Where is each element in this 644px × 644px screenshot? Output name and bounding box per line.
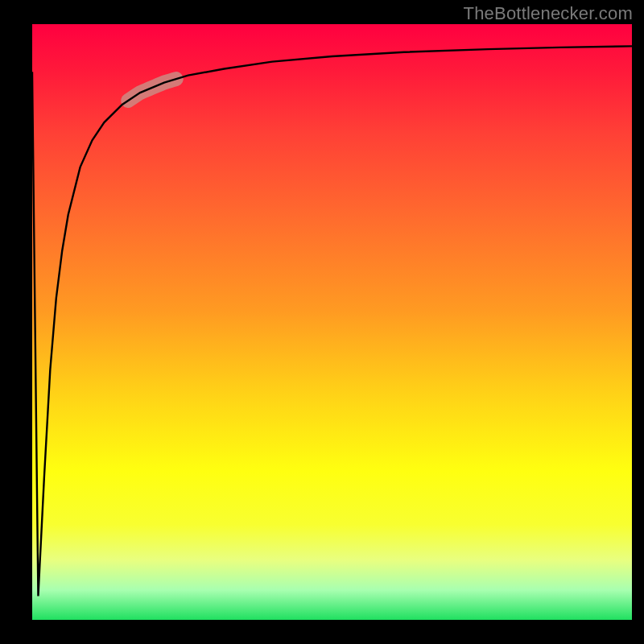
plot-area: [32, 24, 632, 620]
curve-layer: [32, 24, 632, 620]
highlight-segment: [128, 79, 176, 101]
chart-stage: TheBottlenecker.com: [0, 0, 644, 644]
bottleneck-curve: [32, 46, 632, 596]
watermark-label: TheBottlenecker.com: [464, 3, 633, 24]
